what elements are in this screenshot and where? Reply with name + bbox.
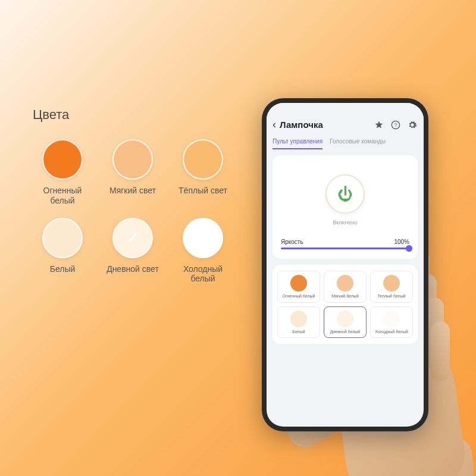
swatch-circle <box>183 139 223 180</box>
phone-screen: ‹ Лампочка ? Пульт управления Голосовые … <box>267 103 424 427</box>
preset-card[interactable]: Дневной белый <box>324 306 367 339</box>
swatch-label: Тёплый свет <box>178 186 227 196</box>
preset-grid: Огненный белыйМягкий белыйТеплый белыйБе… <box>277 271 413 338</box>
swatch-circle: ✓ <box>112 218 153 258</box>
swatch-circle <box>42 139 83 180</box>
swatch-circle <box>183 218 223 258</box>
preset-circle <box>290 275 307 292</box>
preset-card[interactable]: Холодный белый <box>370 306 413 339</box>
preset-label: Огненный белый <box>283 294 315 299</box>
tab-voice[interactable]: Голосовые команды <box>330 134 386 149</box>
preset-card[interactable]: Мягкий белый <box>324 271 367 303</box>
app-title: Лампочка <box>280 120 323 130</box>
brightness-row: Яркость 100% <box>278 239 412 245</box>
app-header: ‹ Лампочка ? <box>267 115 424 134</box>
brightness-value: 100% <box>394 239 409 245</box>
swatch-label: Белый <box>50 264 76 274</box>
preset-circle <box>290 311 307 327</box>
preset-circle <box>383 311 400 327</box>
color-panel: Цвета Огненный белыйМягкий светТёплый св… <box>33 107 235 284</box>
preset-card[interactable]: Белый <box>277 306 320 339</box>
svg-text:?: ? <box>394 122 397 128</box>
tab-control[interactable]: Пульт управления <box>273 134 322 149</box>
brightness-label: Яркость <box>281 239 303 245</box>
power-status: Включено <box>278 220 412 226</box>
gear-icon[interactable] <box>407 120 418 130</box>
swatch-label: Холодный белый <box>183 264 223 284</box>
swatch-item[interactable]: ✓Дневной свет <box>103 218 162 284</box>
swatch-item[interactable]: Холодный белый <box>173 218 233 284</box>
swatch-item[interactable]: Тёплый свет <box>173 139 233 206</box>
power-button[interactable]: ⏻ <box>325 174 365 214</box>
swatch-grid: Огненный белыйМягкий светТёплый светБелы… <box>33 139 235 284</box>
preset-card[interactable]: Теплый белый <box>370 271 413 303</box>
help-icon[interactable]: ? <box>390 120 401 130</box>
preset-label: Теплый белый <box>377 294 405 299</box>
swatch-item[interactable]: Огненный белый <box>33 139 92 206</box>
preset-circle <box>337 311 353 327</box>
slider-thumb[interactable] <box>406 245 412 252</box>
preset-label: Холодный белый <box>375 330 408 334</box>
preset-panel: Огненный белыйМягкий белыйТеплый белыйБе… <box>273 265 418 344</box>
status-bar <box>267 103 424 115</box>
main-panel: ⏻ Включено Яркость 100% <box>273 155 418 259</box>
swatch-label: Огненный белый <box>43 186 82 206</box>
back-icon[interactable]: ‹ <box>273 118 276 131</box>
swatch-label: Дневной свет <box>107 264 159 274</box>
preset-card[interactable]: Огненный белый <box>277 271 320 303</box>
preset-circle <box>383 275 400 292</box>
swatch-item[interactable]: Белый <box>33 218 92 284</box>
brightness-slider[interactable] <box>281 248 409 249</box>
phone-frame: ‹ Лампочка ? Пульт управления Голосовые … <box>262 98 428 431</box>
preset-label: Белый <box>292 330 305 334</box>
star-icon[interactable] <box>374 120 384 130</box>
color-panel-title: Цвета <box>33 107 235 123</box>
check-icon: ✓ <box>126 228 140 248</box>
preset-label: Дневной белый <box>330 330 360 334</box>
swatch-label: Мягкий свет <box>109 186 156 196</box>
preset-label: Мягкий белый <box>331 294 359 299</box>
power-icon: ⏻ <box>337 185 353 203</box>
preset-circle <box>337 275 353 292</box>
swatch-circle <box>42 218 83 258</box>
tabs: Пульт управления Голосовые команды <box>267 134 424 149</box>
swatch-item[interactable]: Мягкий свет <box>103 139 162 206</box>
swatch-circle <box>112 139 153 180</box>
